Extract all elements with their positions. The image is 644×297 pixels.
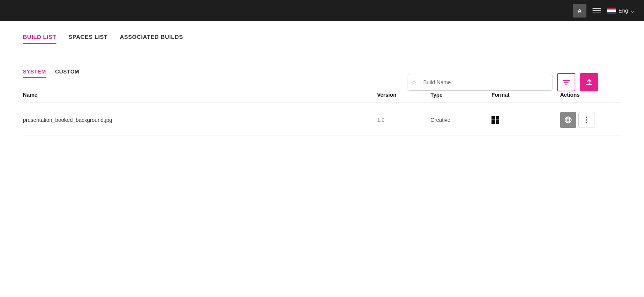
hamburger-menu-icon[interactable] [593,8,601,13]
table-row: presentation_booked_background.jpg 1.0 C… [23,104,621,136]
windows-pane-br [496,120,499,124]
filter-icon [563,80,570,85]
cell-name: presentation_booked_background.jpg [23,117,377,123]
search-row: ⌕ [408,73,598,91]
language-label: Eng [618,8,628,14]
upload-icon [585,78,593,86]
search-input[interactable] [408,74,552,91]
filter-button[interactable] [557,73,575,91]
col-header-name: Name [23,92,377,98]
language-selector[interactable]: Eng ⌄ [607,8,635,14]
cell-format [491,116,560,124]
chevron-down-icon: ⌄ [630,8,635,14]
search-icon: ⌕ [412,79,416,86]
top-tabs: BUILD LIST SPACES LIST ASSOCIATED BUILDS [23,34,183,44]
upload-button[interactable] [580,73,598,91]
tab-custom[interactable]: CUSTOM [55,69,79,78]
more-dots-icon [586,117,587,123]
main-content: BUILD LIST SPACES LIST ASSOCIATED BUILDS… [0,21,644,297]
col-header-type: Type [430,92,491,98]
windows-pane-tl [491,116,495,120]
tab-build-list[interactable]: BUILD LIST [23,34,56,44]
cell-type: Creative [430,117,491,123]
more-options-button[interactable] [578,112,594,128]
svg-point-10 [586,122,587,123]
header-area: BUILD LIST SPACES LIST ASSOCIATED BUILDS… [23,34,621,56]
col-header-actions: Actions [560,92,621,98]
windows-pane-tr [496,116,499,120]
user-avatar[interactable]: A [573,4,586,18]
cell-version: 1.0 [377,117,430,123]
col-header-version: Version [377,92,430,98]
col-header-format: Format [491,92,560,98]
tab-spaces-list[interactable]: SPACES LIST [69,34,108,44]
cell-actions [560,112,621,128]
flag-icon [607,8,616,14]
tab-system[interactable]: SYSTEM [23,69,46,78]
svg-point-9 [586,119,587,121]
windows-icon [491,116,499,124]
globe-icon [564,116,572,124]
globe-button[interactable] [560,112,576,128]
svg-point-8 [586,117,587,118]
top-navigation: A Eng ⌄ [0,0,644,21]
search-container: ⌕ [408,74,552,91]
tab-associated-builds[interactable]: ASSOCIATED BUILDS [120,34,183,44]
action-buttons [560,112,621,128]
windows-pane-bl [491,120,495,124]
